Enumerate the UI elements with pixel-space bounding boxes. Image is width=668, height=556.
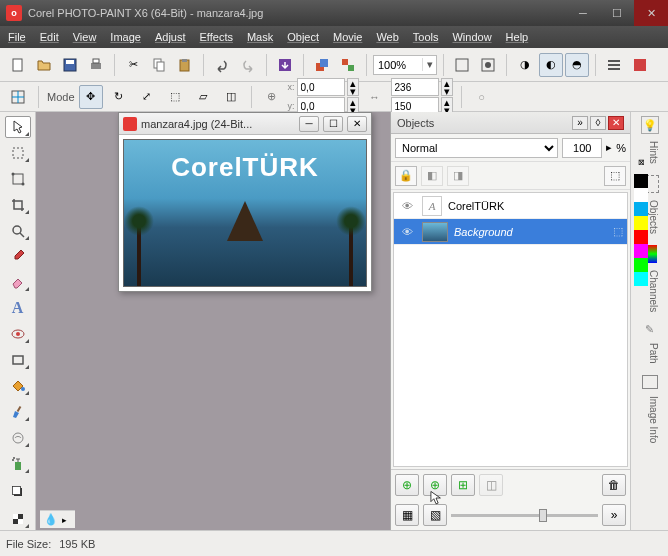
text-tool[interactable]: A	[5, 297, 31, 319]
color-swatch[interactable]	[634, 202, 648, 216]
eraser-tool[interactable]	[5, 272, 31, 294]
app-launcher-button[interactable]	[628, 53, 652, 77]
new-lens-button[interactable]: ⊕	[423, 474, 447, 496]
maskoverlay-button[interactable]: ◑	[513, 53, 537, 77]
effect-tool[interactable]	[5, 427, 31, 449]
mode-distort-button[interactable]: ▱	[191, 85, 215, 109]
undo-button[interactable]	[210, 53, 234, 77]
panel-expand-button[interactable]: »	[602, 504, 626, 526]
image-sprayer-tool[interactable]	[5, 453, 31, 475]
clip-group-button[interactable]: ◨	[447, 166, 469, 186]
mode-scale-button[interactable]: ⤢	[135, 85, 159, 109]
doc-maximize-button[interactable]: ☐	[323, 116, 343, 132]
object-item-background[interactable]: 👁 Background ⬚	[394, 219, 627, 245]
objects-header[interactable]: Objects » ◊ ✕	[391, 112, 630, 134]
fullscreen-button[interactable]	[450, 53, 474, 77]
fill-tool[interactable]	[5, 375, 31, 397]
crop-tool[interactable]	[5, 194, 31, 216]
combine-button[interactable]: ◫	[479, 474, 503, 496]
maskinvert-button[interactable]: ◐	[539, 53, 563, 77]
open-button[interactable]	[32, 53, 56, 77]
color-swatch[interactable]	[634, 216, 648, 230]
maskclear-button[interactable]: ◓	[565, 53, 589, 77]
mode-normal-button[interactable]: ✥	[79, 85, 103, 109]
menu-window[interactable]: Window	[452, 31, 491, 43]
path-tab-icon[interactable]: ✎	[645, 323, 654, 336]
zoom-dropdown-icon[interactable]: ▾	[422, 58, 436, 71]
new-button[interactable]	[6, 53, 30, 77]
dropshadow-tool[interactable]	[3, 479, 33, 504]
menu-mask[interactable]: Mask	[247, 31, 273, 43]
menu-movie[interactable]: Movie	[333, 31, 362, 43]
pick-tool[interactable]	[5, 116, 31, 138]
visibility-icon[interactable]: 👁	[398, 223, 416, 241]
menu-edit[interactable]: Edit	[40, 31, 59, 43]
hint-icon[interactable]: 💡	[641, 116, 659, 134]
doc-minimize-button[interactable]: ─	[299, 116, 319, 132]
mode-perspective-button[interactable]: ◫	[219, 85, 243, 109]
color-swatch[interactable]	[634, 174, 648, 188]
canvas[interactable]: CorelTÜRK	[123, 139, 367, 287]
delete-object-button[interactable]: 🗑	[602, 474, 626, 496]
document-window[interactable]: manzara4.jpg (24-Bit... ─ ☐ ✕ CorelTÜRK	[118, 112, 372, 292]
order-back-button[interactable]: ▧	[423, 504, 447, 526]
zoom-combo[interactable]: ▾	[373, 55, 437, 75]
color-swatch[interactable]	[634, 244, 648, 258]
mask-rect-tool[interactable]	[5, 142, 31, 164]
maximize-button[interactable]: ☐	[600, 0, 634, 26]
visibility-icon[interactable]: 👁	[398, 197, 416, 215]
size-w-spinner[interactable]: ▴▾	[441, 78, 453, 96]
color-swatch[interactable]	[634, 188, 648, 202]
save-button[interactable]	[58, 53, 82, 77]
zoom-input[interactable]	[374, 59, 422, 71]
size-w-input[interactable]	[391, 78, 439, 96]
object-item-text[interactable]: 👁 A CorelTÜRK	[394, 193, 627, 219]
pos-x-spinner[interactable]: ▴▾	[347, 78, 359, 96]
mask-transform-tool[interactable]	[5, 168, 31, 190]
menu-object[interactable]: Object	[287, 31, 319, 43]
guides-button[interactable]	[6, 85, 30, 109]
thumbnail-slider[interactable]	[451, 504, 598, 526]
blend-mode-select[interactable]: Normal	[395, 138, 558, 158]
zoom-tool[interactable]	[5, 220, 31, 242]
color-palette[interactable]: ⊠	[634, 158, 648, 286]
redeye-tool[interactable]	[5, 323, 31, 345]
mode-rotate-button[interactable]: ↻	[107, 85, 131, 109]
cut-button[interactable]: ✂	[121, 53, 145, 77]
eyedropper-status-icon[interactable]: 💧	[44, 513, 58, 526]
lock-button[interactable]: ○	[470, 85, 494, 109]
menu-tools[interactable]: Tools	[413, 31, 439, 43]
menu-file[interactable]: File	[8, 31, 26, 43]
menu-view[interactable]: View	[73, 31, 97, 43]
fill-status-icon[interactable]: ▸	[62, 515, 67, 525]
clip-mask-button[interactable]: ◧	[421, 166, 443, 186]
paint-tool[interactable]	[5, 401, 31, 423]
export-button[interactable]	[310, 53, 334, 77]
menu-effects[interactable]: Effects	[200, 31, 233, 43]
pos-x-input[interactable]	[297, 78, 345, 96]
minimize-button[interactable]: ─	[566, 0, 600, 26]
maskvis-button[interactable]	[476, 53, 500, 77]
color-swatch[interactable]	[634, 230, 648, 244]
eyedropper-tool[interactable]	[5, 246, 31, 268]
menu-adjust[interactable]: Adjust	[155, 31, 186, 43]
new-group-button[interactable]: ⊞	[451, 474, 475, 496]
objects-list[interactable]: 👁 A CorelTÜRK 👁 Background ⬚	[393, 192, 628, 467]
opacity-input[interactable]	[562, 138, 602, 158]
lock-transparency-button[interactable]: 🔒	[395, 166, 417, 186]
copy-button[interactable]	[147, 53, 171, 77]
color-swatch[interactable]	[634, 272, 648, 286]
menu-help[interactable]: Help	[506, 31, 529, 43]
import-button[interactable]	[273, 53, 297, 77]
launch-button[interactable]	[336, 53, 360, 77]
tab-imageinfo[interactable]: Image Info	[640, 391, 660, 448]
paste-button[interactable]	[173, 53, 197, 77]
color-swatch[interactable]	[634, 258, 648, 272]
mode-skew-button[interactable]: ⬚	[163, 85, 187, 109]
doc-close-button[interactable]: ✕	[347, 116, 367, 132]
transparency-tool[interactable]	[5, 508, 31, 530]
print-button[interactable]	[84, 53, 108, 77]
tab-path[interactable]: Path	[640, 338, 660, 369]
options-button[interactable]	[602, 53, 626, 77]
doc-titlebar[interactable]: manzara4.jpg (24-Bit... ─ ☐ ✕	[119, 113, 371, 135]
